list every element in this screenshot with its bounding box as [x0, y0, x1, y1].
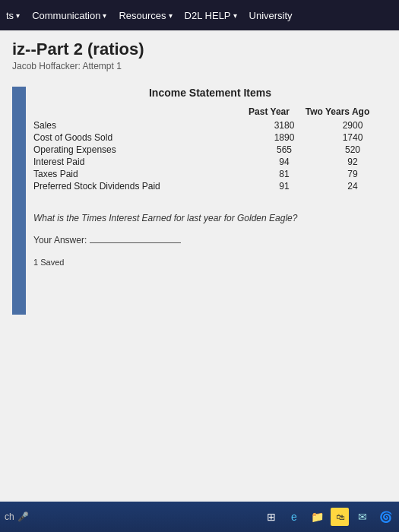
nav-item-university[interactable]: University [249, 10, 293, 21]
table-row: Preferred Stock Dividends Paid9124 [33, 181, 387, 192]
page-subtitle: Jacob Hoffacker: Attempt 1 [12, 61, 387, 71]
row-past-year: 1890 [250, 132, 318, 143]
row-label: Sales [33, 120, 250, 131]
table-rows-container: Sales31802900Cost of Goods Sold18901740O… [33, 120, 387, 192]
saved-indicator: 1 Saved [33, 258, 387, 267]
table-header-row: Past Year Two Years Ago [33, 106, 387, 117]
chevron-down-icon: ▾ [103, 11, 106, 20]
row-label: Taxes Paid [33, 169, 250, 179]
row-two-years-ago: 79 [318, 169, 387, 179]
table-row: Cost of Goods Sold18901740 [33, 132, 387, 143]
table-row: Taxes Paid8179 [33, 169, 387, 179]
nav-item-d2l-help[interactable]: D2L HELP ▾ [185, 10, 237, 21]
row-past-year: 565 [250, 144, 318, 155]
search-label: ch [5, 511, 14, 522]
chevron-down-icon: ▾ [16, 11, 20, 20]
row-past-year: 3180 [250, 120, 318, 131]
taskbar-grid-icon[interactable]: ⊞ [262, 508, 280, 526]
row-two-years-ago: 92 [318, 157, 387, 167]
section-title: Income Statement Items [33, 87, 387, 99]
row-label: Preferred Stock Dividends Paid [33, 181, 250, 192]
quiz-body: Income Statement Items Past Year Two Yea… [33, 87, 387, 315]
nav-item-resources[interactable]: Resources ▾ [119, 10, 172, 21]
left-sidebar-bar [12, 87, 26, 315]
taskbar-mail-icon[interactable]: ✉ [353, 508, 372, 526]
answer-input-box[interactable] [90, 230, 181, 243]
taskbar: ch 🎤 ⊞ e 📁 🛍 ✉ 🌀 [0, 502, 399, 532]
microphone-icon[interactable]: 🎤 [17, 511, 29, 522]
row-two-years-ago: 2900 [318, 120, 387, 131]
nav-label-university: University [249, 10, 293, 21]
taskbar-search: ch 🎤 [5, 511, 29, 522]
nav-item-communication[interactable]: Communication ▾ [32, 10, 106, 21]
row-label: Operating Expenses [33, 144, 250, 155]
main-content: iz--Part 2 (ratios) Jacob Hoffacker: Att… [0, 30, 399, 502]
page-title: iz--Part 2 (ratios) [12, 40, 387, 59]
row-past-year: 91 [250, 181, 318, 192]
income-statement-table: Income Statement Items Past Year Two Yea… [33, 87, 387, 192]
row-two-years-ago: 24 [318, 181, 387, 192]
table-row: Operating Expenses565520 [33, 144, 387, 155]
table-row: Sales31802900 [33, 120, 387, 131]
chevron-down-icon: ▾ [169, 11, 173, 20]
taskbar-icons: ⊞ e 📁 🛍 ✉ 🌀 [262, 508, 394, 526]
top-nav: ts ▾ Communication ▾ Resources ▾ D2L HEL… [0, 0, 399, 30]
row-two-years-ago: 1740 [318, 132, 387, 143]
nav-label-ts: ts [6, 10, 14, 21]
row-past-year: 81 [250, 169, 318, 179]
table-row: Interest Paid9492 [33, 157, 387, 167]
answer-label: Your Answer: [33, 235, 87, 245]
nav-label-d2l-help: D2L HELP [185, 10, 231, 21]
col-header-two-years-ago: Two Years Ago [303, 106, 372, 117]
taskbar-store-icon[interactable]: 🛍 [331, 508, 349, 526]
nav-label-communication: Communication [32, 10, 100, 21]
chevron-down-icon: ▾ [233, 11, 237, 20]
nav-item-ts[interactable]: ts ▾ [6, 10, 20, 21]
row-two-years-ago: 520 [318, 144, 387, 155]
question-section: What is the Times Interest Earned for la… [33, 207, 387, 245]
row-label: Cost of Goods Sold [33, 132, 250, 143]
taskbar-spin-icon[interactable]: 🌀 [376, 508, 394, 526]
taskbar-files-icon[interactable]: 📁 [308, 508, 326, 526]
taskbar-edge-icon[interactable]: e [285, 508, 303, 526]
quiz-area: Income Statement Items Past Year Two Yea… [12, 87, 387, 315]
nav-label-resources: Resources [119, 10, 166, 21]
col-header-past-year: Past Year [235, 106, 303, 117]
row-label: Interest Paid [33, 157, 250, 167]
row-past-year: 94 [250, 157, 318, 167]
question-text: What is the Times Interest Earned for la… [33, 213, 387, 223]
